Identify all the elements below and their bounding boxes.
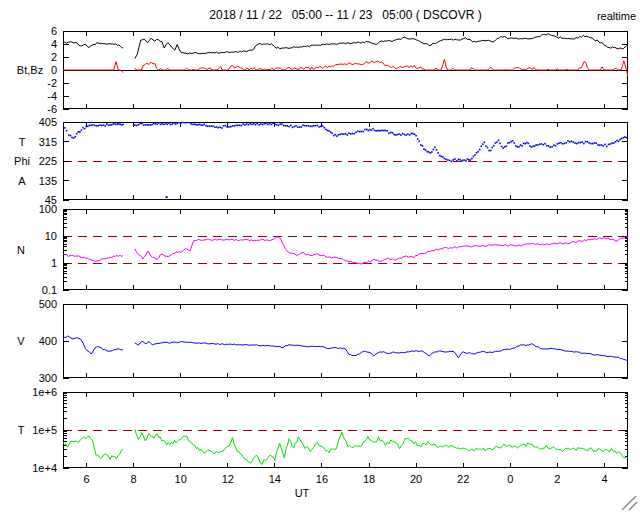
x-axis-labels: 6810121416182022024UT [83,473,607,499]
series-n [135,237,628,265]
y-tick-label: 4 [51,38,57,50]
y-tick-label: 225 [39,155,57,167]
x-tick-label: 12 [222,473,234,485]
x-tick-label: 14 [269,473,281,485]
x-tick-label: 20 [410,473,422,485]
y-tick-label: 1e+4 [32,462,57,474]
y-tick-label: 135 [39,175,57,187]
panel-frame [64,210,628,290]
panel-label: Phi [14,155,30,167]
solar-wind-monitor-window: 2018 / 11 / 22 05:00 -- 11 / 23 05:00 ( … [0,0,640,512]
x-tick-label: 4 [601,473,607,485]
x-tick-label: 22 [457,473,469,485]
panel-frame [64,393,628,468]
series-v [63,336,123,354]
resize-grip[interactable] [622,496,637,510]
series-bt [135,34,628,59]
y-tick-label: 100 [39,203,57,215]
panel-v: 500400300V [17,298,628,384]
series-t [63,436,123,460]
panel-phi: 40531522513545TPhiA [14,116,629,206]
series-bt [63,42,123,48]
y-tick-label: -2 [47,77,57,89]
series-bz [63,62,123,73]
y-tick-label: 0.1 [42,284,57,296]
y-tick-label: -6 [47,103,57,115]
panel-label: Bt,Bz [17,64,43,76]
y-tick-label: 1e+5 [32,424,57,436]
y-tick-label: 0 [51,64,57,76]
panel-label: A [18,175,26,187]
series-v [135,341,628,361]
y-tick-label: 1e+6 [32,386,57,398]
panel-frame [64,305,628,378]
y-tick-label: 6 [51,25,57,37]
x-tick-label: 16 [316,473,328,485]
x-tick-label: 8 [131,473,137,485]
series-n [63,254,123,261]
series-t [135,429,628,464]
x-tick-label: 0 [507,473,513,485]
y-tick-label: 1 [51,257,57,269]
y-tick-label: -4 [47,90,57,102]
y-tick-label: 2 [51,51,57,63]
x-tick-label: 18 [363,473,375,485]
panel-label: T [19,136,26,148]
solar-wind-plot: 6420-2-4-6Bt,Bz40531522513545TPhiA100101… [0,0,640,512]
y-tick-label: 500 [39,298,57,310]
y-tick-label: 315 [39,136,57,148]
y-tick-label: 10 [45,230,57,242]
panel-label: N [17,244,25,256]
panel-n: 1001010.1N [17,203,628,296]
panel-label: V [17,335,25,347]
panel-bt-bz: 6420-2-4-6Bt,Bz [17,25,628,115]
y-tick-label: 300 [39,372,57,384]
series-bz [135,59,628,76]
x-tick-label: 2 [554,473,560,485]
y-tick-label: 400 [39,335,57,347]
x-tick-label: 10 [175,473,187,485]
panel-label: T [18,424,25,436]
x-tick-label: 6 [83,473,89,485]
panel-temp: 1e+61e+51e+4T [18,386,628,474]
y-tick-label: 405 [39,116,57,128]
x-axis-title: UT [295,487,310,499]
